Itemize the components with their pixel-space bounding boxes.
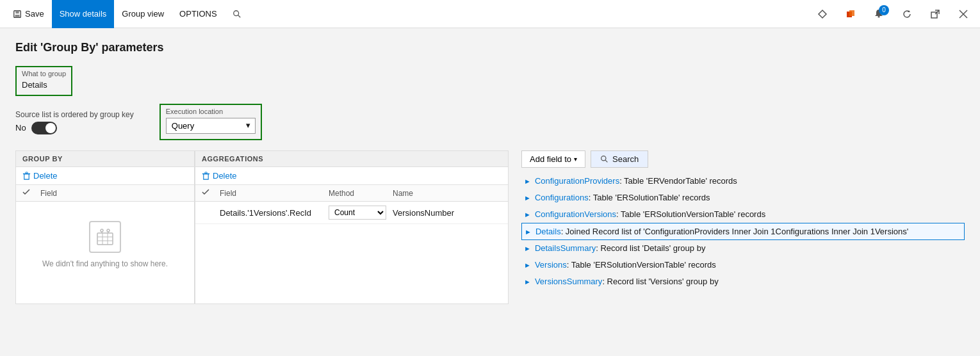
- svg-point-16: [101, 229, 103, 232]
- chevron-right-icon: ►: [525, 228, 532, 236]
- source-text: VersionsSummary: Record list 'Versions' …: [535, 277, 719, 286]
- source-desc: : Table 'ERSolutionVersionTable' records: [616, 209, 765, 219]
- svg-rect-15: [97, 233, 113, 245]
- source-text: Configurations: Table 'ERSolutionTable' …: [535, 193, 710, 202]
- source-desc: : Record list 'Details' group by: [596, 243, 705, 253]
- source-row: Source list is ordered by group key No E…: [15, 104, 965, 140]
- agg-method-col: Method: [329, 189, 393, 198]
- what-to-group-label: What to group: [22, 70, 66, 77]
- svg-rect-1: [15, 10, 19, 13]
- group-view-label: Group view: [122, 9, 164, 19]
- source-desc: : Joined Record list of 'ConfigurationPr…: [561, 227, 909, 236]
- office-icon-btn[interactable]: [839, 3, 862, 26]
- group-by-delete-row: Delete: [16, 167, 194, 185]
- aggregations-delete-row: Delete: [195, 167, 508, 185]
- diamond-icon-btn[interactable]: [811, 3, 834, 26]
- notification-badge: 0: [879, 5, 889, 15]
- data-source-item[interactable]: ► VersionsSummary: Record list 'Versions…: [521, 273, 965, 290]
- agg-method-select[interactable]: Count Sum Avg Min Max: [329, 206, 386, 220]
- chevron-right-icon: ►: [524, 261, 531, 269]
- search-button[interactable]: Search: [591, 150, 648, 168]
- group-by-col-header: Field: [16, 185, 194, 202]
- data-source-item[interactable]: ► Versions: Table 'ERSolutionVersionTabl…: [521, 257, 965, 273]
- close-button[interactable]: [952, 3, 975, 26]
- execution-location-box: Execution location Query In memory: [159, 104, 262, 140]
- agg-row-0: Details.'1Versions'.RecId Count Sum Avg …: [195, 202, 508, 224]
- add-field-button[interactable]: Add field to ▾: [521, 150, 585, 168]
- svg-rect-6: [849, 10, 854, 16]
- what-to-group-value: Details: [22, 80, 66, 90]
- agg-row-method: Count Sum Avg Min Max: [329, 206, 393, 220]
- toggle-row: No: [15, 122, 134, 134]
- group-by-empty: We didn't find anything to show here.: [16, 202, 194, 287]
- what-to-group-box: What to group Details: [15, 66, 72, 96]
- empty-grid-icon: [96, 228, 114, 246]
- panels-row: GROUP BY Delete Field: [15, 150, 965, 304]
- show-details-label: Show details: [60, 9, 107, 19]
- save-label: Save: [25, 9, 44, 19]
- group-by-empty-text: We didn't find anything to show here.: [42, 259, 168, 268]
- svg-line-4: [238, 15, 240, 17]
- refresh-icon: [902, 9, 912, 19]
- source-name: VersionsSummary: [535, 277, 602, 286]
- svg-rect-14: [26, 172, 28, 174]
- source-name: DetailsSummary: [535, 243, 596, 253]
- aggregations-delete-button[interactable]: Delete: [202, 171, 237, 181]
- notifications-btn-wrap: 0: [867, 3, 890, 26]
- office-icon: [845, 9, 856, 19]
- svg-rect-2: [15, 14, 20, 17]
- svg-point-3: [233, 10, 238, 15]
- svg-line-27: [605, 160, 607, 162]
- chevron-right-icon: ►: [524, 278, 531, 286]
- source-list-label: Source list is ordered by group key: [15, 110, 134, 119]
- options-label: OPTIONS: [179, 9, 217, 19]
- chevron-right-icon: ►: [524, 194, 531, 202]
- source-desc: : Table 'ERVendorTable' records: [619, 176, 737, 186]
- chevron-right-icon: ►: [524, 177, 531, 185]
- toggle-no-label: No: [15, 123, 26, 133]
- group-by-check-col: [22, 188, 40, 198]
- source-text: DetailsSummary: Record list 'Details' gr…: [535, 243, 706, 253]
- data-source-item[interactable]: ► ConfigurationVersions: Table 'ERSoluti…: [521, 206, 965, 223]
- source-list-section: Source list is ordered by group key No: [15, 110, 134, 134]
- save-button[interactable]: Save: [5, 0, 52, 28]
- save-icon: [13, 10, 22, 19]
- svg-point-26: [601, 156, 606, 161]
- data-source-item[interactable]: ► ConfigurationProviders: Table 'ERVendo…: [521, 173, 965, 190]
- source-desc: : Record list 'Versions' group by: [602, 277, 718, 286]
- right-toolbar: Add field to ▾ Search: [521, 150, 965, 168]
- refresh-button[interactable]: [895, 3, 919, 26]
- data-source-item[interactable]: ► DetailsSummary: Record list 'Details' …: [521, 240, 965, 257]
- execution-location-select[interactable]: Query In memory: [166, 118, 256, 134]
- external-link-button[interactable]: [924, 3, 947, 26]
- trash-icon-agg: [202, 172, 210, 180]
- source-text: ConfigurationVersions: Table 'ERSolution…: [535, 209, 765, 219]
- add-field-label: Add field to: [530, 154, 571, 164]
- options-button[interactable]: OPTIONS: [172, 0, 225, 28]
- source-name: ConfigurationProviders: [535, 176, 619, 186]
- source-name: Details: [535, 227, 561, 236]
- group-by-field-col: Field: [40, 189, 188, 198]
- close-icon: [959, 10, 968, 19]
- right-panel: Add field to ▾ Search ► ConfigurationPro…: [509, 150, 965, 304]
- show-details-button[interactable]: Show details: [52, 0, 115, 28]
- source-name: Configurations: [535, 193, 589, 202]
- toolbar: Save Show details Group view OPTIONS 0: [0, 0, 980, 28]
- group-by-panel: GROUP BY Delete Field: [15, 150, 195, 304]
- group-view-button[interactable]: Group view: [114, 0, 172, 28]
- search-toolbar-button[interactable]: [225, 0, 249, 28]
- source-name: ConfigurationVersions: [535, 209, 616, 219]
- agg-row-field: Details.'1Versions'.RecId: [220, 208, 329, 218]
- agg-field-col: Field: [220, 189, 329, 198]
- source-list-toggle[interactable]: [31, 122, 57, 134]
- group-by-delete-button[interactable]: Delete: [22, 171, 58, 181]
- execution-location-label: Execution location: [166, 108, 256, 115]
- source-text: Versions: Table 'ERSolutionVersionTable'…: [535, 260, 716, 270]
- toolbar-right: 0: [811, 3, 975, 26]
- data-source-item[interactable]: ► Details: Joined Record list of 'Config…: [521, 223, 965, 240]
- data-source-item[interactable]: ► Configurations: Table 'ERSolutionTable…: [521, 190, 965, 206]
- execution-location-select-wrap: Query In memory: [166, 118, 256, 134]
- source-text: Details: Joined Record list of 'Configur…: [535, 227, 908, 236]
- source-desc: : Table 'ERSolutionVersionTable' records: [567, 260, 716, 270]
- group-by-header: GROUP BY: [16, 151, 194, 167]
